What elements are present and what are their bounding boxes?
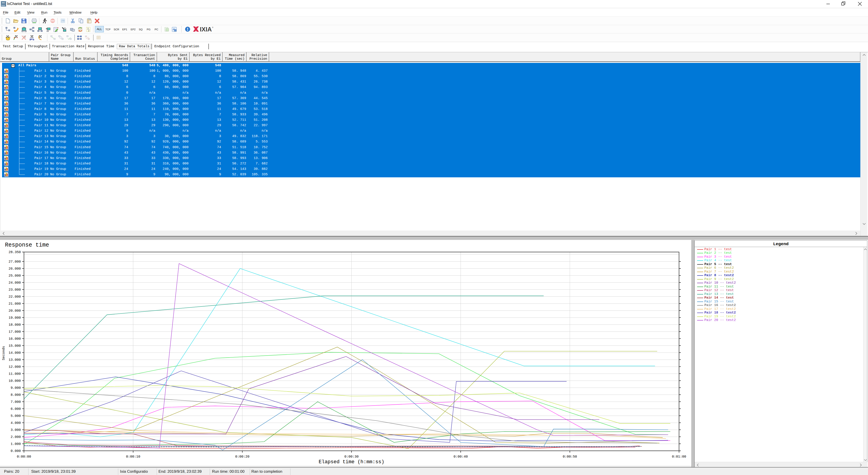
svg-text:0:00:00: 0:00:00 xyxy=(17,455,31,459)
svg-text:7.000: 7.000 xyxy=(11,400,21,404)
svg-text:IXIA: IXIA xyxy=(200,26,212,33)
svg-text:5.000: 5.000 xyxy=(11,414,21,418)
svg-text:20.000: 20.000 xyxy=(8,309,21,313)
svg-text:25.000: 25.000 xyxy=(8,274,21,278)
svg-text:13.000: 13.000 xyxy=(8,358,21,362)
svg-text:23.000: 23.000 xyxy=(8,288,21,292)
svg-text:9.000: 9.000 xyxy=(11,386,21,390)
svg-text:4.000: 4.000 xyxy=(11,421,21,425)
svg-text:1: 1 xyxy=(88,27,89,29)
svg-text:Elapsed time (h:mm:ss): Elapsed time (h:mm:ss) xyxy=(319,459,384,465)
svg-text:0:00:40: 0:00:40 xyxy=(454,455,468,459)
svg-text:18.000: 18.000 xyxy=(8,323,21,327)
svg-text:17.000: 17.000 xyxy=(8,330,21,334)
svg-text:19.000: 19.000 xyxy=(8,316,21,320)
svg-text:12.000: 12.000 xyxy=(8,365,21,369)
svg-text:®: ® xyxy=(212,27,213,29)
svg-text:24.000: 24.000 xyxy=(8,281,21,285)
svg-text:0:01:00: 0:01:00 xyxy=(672,455,686,459)
svg-text:0.000: 0.000 xyxy=(11,449,21,453)
svg-text:26.000: 26.000 xyxy=(8,267,21,271)
svg-text:3.000: 3.000 xyxy=(11,428,21,432)
svg-text:0:00:20: 0:00:20 xyxy=(235,455,249,459)
svg-text:16.000: 16.000 xyxy=(8,337,21,341)
svg-text:8.000: 8.000 xyxy=(11,393,21,397)
svg-text:1.000: 1.000 xyxy=(11,442,21,446)
svg-text:21.000: 21.000 xyxy=(8,302,21,306)
svg-text:2: 2 xyxy=(88,30,89,32)
svg-text:11.000: 11.000 xyxy=(8,372,21,376)
svg-text:27.000: 27.000 xyxy=(8,260,21,264)
svg-text:Seconds: Seconds xyxy=(2,346,6,360)
svg-text:14.000: 14.000 xyxy=(8,351,21,355)
svg-text:22.000: 22.000 xyxy=(8,295,21,299)
svg-text:28.350: 28.350 xyxy=(8,250,21,254)
svg-text:15.000: 15.000 xyxy=(8,344,21,348)
svg-text:0:00:30: 0:00:30 xyxy=(344,455,359,459)
svg-text:2.000: 2.000 xyxy=(11,435,21,439)
svg-text:10.000: 10.000 xyxy=(8,379,21,383)
svg-text:6.000: 6.000 xyxy=(11,407,21,411)
svg-text:0:00:50: 0:00:50 xyxy=(563,455,577,459)
svg-text:0:00:10: 0:00:10 xyxy=(126,455,140,459)
